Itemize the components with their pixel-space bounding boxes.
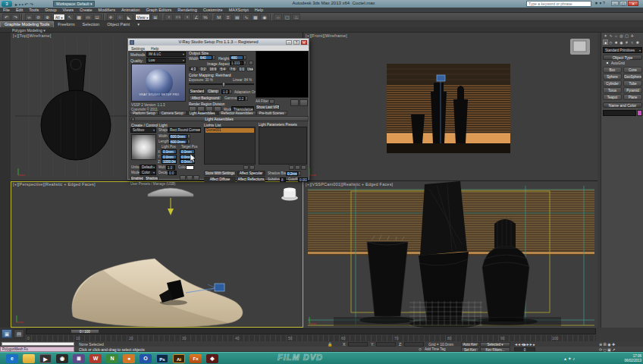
pick-light-button[interactable] bbox=[193, 175, 199, 180]
cameras-category-icon[interactable] bbox=[619, 40, 624, 46]
snap-25d-icon[interactable] bbox=[174, 14, 182, 20]
exposure-slider-track[interactable] bbox=[189, 83, 254, 85]
light-y-field[interactable]: 0.0mm bbox=[162, 155, 177, 159]
ratio-button-2[interactable]: 16:9 bbox=[209, 67, 218, 71]
select-by-name-icon[interactable] bbox=[75, 14, 83, 20]
section-collapse-icon[interactable] bbox=[131, 118, 135, 121]
height-field[interactable]: 480 bbox=[230, 55, 243, 60]
viewport-camera-label[interactable]: [+][VSSPCam001][Realistic + Edged Faces] bbox=[306, 182, 393, 187]
menu-rendering[interactable]: Rendering bbox=[174, 8, 199, 12]
dialog-title-bar[interactable]: V-Ray Studio Setup Pro 1.1.3 -- Register… bbox=[128, 39, 309, 46]
menu-help[interactable]: Help bbox=[252, 8, 266, 12]
affect-reflections-button[interactable]: Affect Reflections bbox=[237, 177, 265, 182]
light-color-swatch[interactable] bbox=[186, 165, 194, 170]
coord-z-field[interactable] bbox=[404, 342, 424, 347]
create-light-button[interactable] bbox=[180, 175, 186, 180]
aa-filter-toggle[interactable] bbox=[269, 99, 274, 104]
viewport-perspective-label[interactable]: [+][Perspective][Realistic + Edged Faces… bbox=[13, 182, 96, 187]
tab-prebuilt-scenes[interactable]: Pre-built Scenes bbox=[256, 111, 287, 115]
menu-group[interactable]: Group bbox=[42, 8, 59, 12]
object-name-field[interactable] bbox=[603, 110, 636, 116]
lights-list-refresh-button[interactable] bbox=[243, 165, 249, 170]
cylinder-object[interactable] bbox=[281, 188, 298, 201]
winrar-icon[interactable] bbox=[73, 354, 85, 363]
menu-file[interactable]: File bbox=[0, 8, 13, 12]
layer-manager-icon[interactable] bbox=[233, 14, 241, 20]
name-color-rollout[interactable]: Name and Color bbox=[603, 102, 642, 108]
render-production-icon[interactable] bbox=[292, 14, 300, 20]
width-field[interactable]: 640 bbox=[199, 55, 212, 60]
viewport-perspective[interactable]: [+][Perspective][Realistic + Edged Faces… bbox=[11, 181, 303, 328]
cylinder-button[interactable]: Cylinder bbox=[603, 80, 622, 86]
ratio-button-0[interactable]: 4:3 bbox=[189, 67, 198, 71]
viewport-front-label[interactable]: [+][Front][Wireframe] bbox=[306, 33, 347, 38]
media-player-icon[interactable] bbox=[39, 354, 52, 363]
viewport-perspective-canvas[interactable] bbox=[11, 181, 303, 328]
vfb-thumb-2[interactable] bbox=[300, 99, 308, 106]
shadow-bias-field[interactable]: 0.2mm bbox=[286, 171, 298, 176]
viewport-front-canvas[interactable] bbox=[303, 33, 598, 181]
viewcube[interactable] bbox=[570, 39, 590, 55]
workspace-dropdown[interactable]: Workspace: Default ▾ bbox=[53, 1, 95, 7]
cutoff-field[interactable]: 0.001 bbox=[298, 177, 308, 182]
viewport-camera-canvas[interactable] bbox=[303, 181, 598, 328]
search-input[interactable] bbox=[526, 1, 591, 7]
shape-dropdown[interactable]: Rect Round Corners bbox=[168, 127, 201, 133]
utilities-tab-icon[interactable] bbox=[629, 33, 635, 39]
track-bar[interactable]: 0 10 20 30 40 50 60 70 80 90 100 bbox=[26, 335, 596, 341]
render-setup-icon[interactable] bbox=[274, 14, 282, 20]
systems-category-icon[interactable] bbox=[635, 40, 640, 46]
tray-icons[interactable]: ▴ ✦ ♪ bbox=[564, 356, 575, 361]
enabled-button[interactable]: Enabled bbox=[130, 176, 144, 180]
vfb-thumb-1[interactable] bbox=[290, 99, 299, 106]
width-spinner[interactable] bbox=[212, 55, 215, 60]
dialog-menu-help[interactable]: Help bbox=[148, 46, 162, 51]
object-type-rollout[interactable]: Object Type bbox=[603, 55, 642, 60]
light-mode-dropdown[interactable]: Color bbox=[140, 170, 156, 175]
pyramid-button[interactable]: Pyramid bbox=[623, 87, 642, 93]
window-crossing-icon[interactable] bbox=[93, 14, 102, 20]
use-pivot-point-icon[interactable] bbox=[151, 14, 159, 20]
maximize-button[interactable]: ▢ bbox=[619, 1, 627, 6]
ratio-button-3[interactable]: 5:4 bbox=[218, 67, 227, 71]
ribbon-tab-freeform[interactable]: Freeform bbox=[54, 22, 78, 27]
decay-field[interactable]: 0.0 bbox=[168, 171, 177, 175]
light-type-dropdown[interactable]: Softbox bbox=[130, 127, 156, 133]
firefox-icon[interactable] bbox=[190, 354, 202, 363]
photoshop-icon[interactable] bbox=[156, 354, 168, 363]
clamp-button[interactable]: Clamp bbox=[206, 89, 220, 94]
dome-light-gizmo[interactable] bbox=[148, 188, 193, 215]
dialog-close-button[interactable]: ✕ bbox=[301, 40, 307, 45]
torus-button[interactable]: Torus bbox=[603, 87, 622, 93]
cone-button[interactable]: Cone bbox=[623, 67, 642, 73]
clamp-field[interactable]: 1.0 bbox=[221, 89, 229, 94]
viewport-front[interactable]: [+][Front][Wireframe] bbox=[303, 33, 598, 181]
tube-button[interactable]: Tube bbox=[623, 80, 642, 86]
rectangular-selection-region-icon[interactable] bbox=[84, 14, 93, 20]
opera-icon[interactable] bbox=[140, 354, 152, 363]
quality-dropdown[interactable]: Low bbox=[146, 58, 186, 63]
select-and-rotate-icon[interactable] bbox=[116, 14, 124, 20]
menu-animation[interactable]: Animation bbox=[118, 8, 143, 12]
box-button[interactable]: Box bbox=[603, 67, 622, 73]
dialog-menu-settings[interactable]: Settings bbox=[128, 46, 148, 51]
auto-key-button[interactable]: Auto Key bbox=[461, 342, 479, 347]
vray-studio-setup-dialog[interactable]: V-Ray Studio Setup Pro 1.1.3 -- Register… bbox=[127, 38, 309, 180]
schematic-view-icon[interactable] bbox=[251, 14, 259, 20]
helpers-category-icon[interactable] bbox=[624, 40, 629, 46]
softbox-width-spinner[interactable] bbox=[187, 134, 190, 139]
menu-maxscript[interactable]: MAXScript bbox=[226, 8, 252, 12]
exposure-slider-handle[interactable] bbox=[222, 82, 225, 87]
menu-create[interactable]: Create bbox=[77, 8, 96, 12]
word-icon[interactable] bbox=[89, 354, 102, 363]
menu-edit[interactable]: Edit bbox=[13, 8, 26, 12]
undo-icon[interactable] bbox=[2, 14, 11, 20]
delete-light-button[interactable] bbox=[187, 175, 193, 180]
softbox-width-field[interactable]: 600.0mm bbox=[169, 134, 187, 139]
selected-light-gizmo[interactable] bbox=[437, 75, 445, 81]
maxscript-mini-listener[interactable]: PolygonMesh Fu bbox=[0, 347, 74, 352]
lights-listbox[interactable]: Dome001 bbox=[204, 127, 256, 165]
object-color-swatch[interactable] bbox=[637, 110, 642, 116]
tab-camera-setup[interactable]: Camera Setup bbox=[158, 111, 187, 115]
selection-filter-dropdown[interactable]: All bbox=[53, 14, 65, 20]
